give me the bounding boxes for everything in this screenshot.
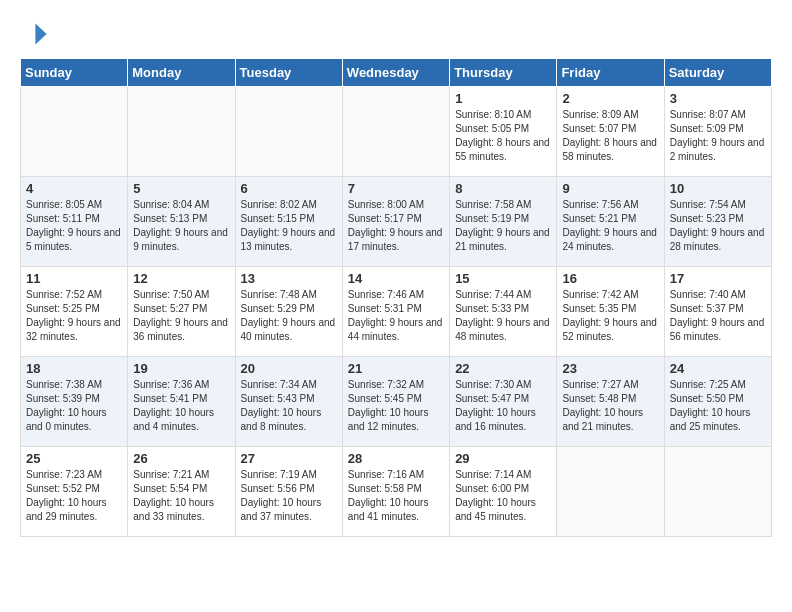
day-info: Sunrise: 7:58 AM Sunset: 5:19 PM Dayligh… xyxy=(455,198,551,254)
calendar-cell: 5Sunrise: 8:04 AM Sunset: 5:13 PM Daylig… xyxy=(128,177,235,267)
day-number: 10 xyxy=(670,181,766,196)
day-info: Sunrise: 7:23 AM Sunset: 5:52 PM Dayligh… xyxy=(26,468,122,524)
day-number: 29 xyxy=(455,451,551,466)
day-number: 12 xyxy=(133,271,229,286)
day-info: Sunrise: 7:36 AM Sunset: 5:41 PM Dayligh… xyxy=(133,378,229,434)
day-number: 16 xyxy=(562,271,658,286)
day-header-monday: Monday xyxy=(128,59,235,87)
day-number: 11 xyxy=(26,271,122,286)
calendar-cell: 24Sunrise: 7:25 AM Sunset: 5:50 PM Dayli… xyxy=(664,357,771,447)
calendar-cell: 27Sunrise: 7:19 AM Sunset: 5:56 PM Dayli… xyxy=(235,447,342,537)
day-number: 7 xyxy=(348,181,444,196)
day-number: 15 xyxy=(455,271,551,286)
calendar-cell: 28Sunrise: 7:16 AM Sunset: 5:58 PM Dayli… xyxy=(342,447,449,537)
day-number: 17 xyxy=(670,271,766,286)
svg-marker-0 xyxy=(35,24,46,45)
calendar-header-row: SundayMondayTuesdayWednesdayThursdayFrid… xyxy=(21,59,772,87)
day-info: Sunrise: 7:54 AM Sunset: 5:23 PM Dayligh… xyxy=(670,198,766,254)
calendar-week-4: 25Sunrise: 7:23 AM Sunset: 5:52 PM Dayli… xyxy=(21,447,772,537)
calendar-cell: 12Sunrise: 7:50 AM Sunset: 5:27 PM Dayli… xyxy=(128,267,235,357)
calendar-cell: 4Sunrise: 8:05 AM Sunset: 5:11 PM Daylig… xyxy=(21,177,128,267)
day-info: Sunrise: 7:32 AM Sunset: 5:45 PM Dayligh… xyxy=(348,378,444,434)
calendar-cell: 6Sunrise: 8:02 AM Sunset: 5:15 PM Daylig… xyxy=(235,177,342,267)
day-number: 18 xyxy=(26,361,122,376)
day-header-thursday: Thursday xyxy=(450,59,557,87)
day-number: 26 xyxy=(133,451,229,466)
calendar-cell: 15Sunrise: 7:44 AM Sunset: 5:33 PM Dayli… xyxy=(450,267,557,357)
day-number: 23 xyxy=(562,361,658,376)
day-info: Sunrise: 8:04 AM Sunset: 5:13 PM Dayligh… xyxy=(133,198,229,254)
day-number: 13 xyxy=(241,271,337,286)
calendar-week-1: 4Sunrise: 8:05 AM Sunset: 5:11 PM Daylig… xyxy=(21,177,772,267)
calendar-cell: 13Sunrise: 7:48 AM Sunset: 5:29 PM Dayli… xyxy=(235,267,342,357)
calendar-cell: 1Sunrise: 8:10 AM Sunset: 5:05 PM Daylig… xyxy=(450,87,557,177)
day-info: Sunrise: 7:44 AM Sunset: 5:33 PM Dayligh… xyxy=(455,288,551,344)
day-number: 22 xyxy=(455,361,551,376)
day-info: Sunrise: 7:48 AM Sunset: 5:29 PM Dayligh… xyxy=(241,288,337,344)
calendar-week-3: 18Sunrise: 7:38 AM Sunset: 5:39 PM Dayli… xyxy=(21,357,772,447)
day-number: 25 xyxy=(26,451,122,466)
day-info: Sunrise: 7:38 AM Sunset: 5:39 PM Dayligh… xyxy=(26,378,122,434)
day-header-sunday: Sunday xyxy=(21,59,128,87)
calendar-cell xyxy=(342,87,449,177)
calendar-cell: 8Sunrise: 7:58 AM Sunset: 5:19 PM Daylig… xyxy=(450,177,557,267)
page-header xyxy=(20,20,772,48)
calendar-cell xyxy=(235,87,342,177)
day-number: 27 xyxy=(241,451,337,466)
day-number: 1 xyxy=(455,91,551,106)
day-info: Sunrise: 8:05 AM Sunset: 5:11 PM Dayligh… xyxy=(26,198,122,254)
day-info: Sunrise: 7:46 AM Sunset: 5:31 PM Dayligh… xyxy=(348,288,444,344)
day-header-wednesday: Wednesday xyxy=(342,59,449,87)
calendar-cell: 7Sunrise: 8:00 AM Sunset: 5:17 PM Daylig… xyxy=(342,177,449,267)
day-number: 14 xyxy=(348,271,444,286)
day-number: 28 xyxy=(348,451,444,466)
day-number: 8 xyxy=(455,181,551,196)
calendar-table: SundayMondayTuesdayWednesdayThursdayFrid… xyxy=(20,58,772,537)
calendar-week-0: 1Sunrise: 8:10 AM Sunset: 5:05 PM Daylig… xyxy=(21,87,772,177)
day-info: Sunrise: 8:07 AM Sunset: 5:09 PM Dayligh… xyxy=(670,108,766,164)
day-header-tuesday: Tuesday xyxy=(235,59,342,87)
day-number: 19 xyxy=(133,361,229,376)
day-number: 4 xyxy=(26,181,122,196)
day-info: Sunrise: 7:30 AM Sunset: 5:47 PM Dayligh… xyxy=(455,378,551,434)
calendar-cell: 11Sunrise: 7:52 AM Sunset: 5:25 PM Dayli… xyxy=(21,267,128,357)
day-info: Sunrise: 7:14 AM Sunset: 6:00 PM Dayligh… xyxy=(455,468,551,524)
calendar-cell: 21Sunrise: 7:32 AM Sunset: 5:45 PM Dayli… xyxy=(342,357,449,447)
calendar-cell xyxy=(21,87,128,177)
calendar-cell: 2Sunrise: 8:09 AM Sunset: 5:07 PM Daylig… xyxy=(557,87,664,177)
calendar-cell: 19Sunrise: 7:36 AM Sunset: 5:41 PM Dayli… xyxy=(128,357,235,447)
calendar-cell: 10Sunrise: 7:54 AM Sunset: 5:23 PM Dayli… xyxy=(664,177,771,267)
calendar-cell: 25Sunrise: 7:23 AM Sunset: 5:52 PM Dayli… xyxy=(21,447,128,537)
day-info: Sunrise: 7:40 AM Sunset: 5:37 PM Dayligh… xyxy=(670,288,766,344)
calendar-cell: 9Sunrise: 7:56 AM Sunset: 5:21 PM Daylig… xyxy=(557,177,664,267)
day-info: Sunrise: 7:27 AM Sunset: 5:48 PM Dayligh… xyxy=(562,378,658,434)
day-number: 6 xyxy=(241,181,337,196)
calendar-cell: 3Sunrise: 8:07 AM Sunset: 5:09 PM Daylig… xyxy=(664,87,771,177)
calendar-cell: 16Sunrise: 7:42 AM Sunset: 5:35 PM Dayli… xyxy=(557,267,664,357)
day-info: Sunrise: 7:52 AM Sunset: 5:25 PM Dayligh… xyxy=(26,288,122,344)
day-info: Sunrise: 7:25 AM Sunset: 5:50 PM Dayligh… xyxy=(670,378,766,434)
calendar-cell: 29Sunrise: 7:14 AM Sunset: 6:00 PM Dayli… xyxy=(450,447,557,537)
logo-icon xyxy=(20,20,48,48)
day-number: 5 xyxy=(133,181,229,196)
calendar-cell: 20Sunrise: 7:34 AM Sunset: 5:43 PM Dayli… xyxy=(235,357,342,447)
day-info: Sunrise: 8:09 AM Sunset: 5:07 PM Dayligh… xyxy=(562,108,658,164)
day-number: 24 xyxy=(670,361,766,376)
day-number: 3 xyxy=(670,91,766,106)
day-info: Sunrise: 7:50 AM Sunset: 5:27 PM Dayligh… xyxy=(133,288,229,344)
day-header-saturday: Saturday xyxy=(664,59,771,87)
day-number: 2 xyxy=(562,91,658,106)
logo xyxy=(20,20,52,48)
day-info: Sunrise: 8:10 AM Sunset: 5:05 PM Dayligh… xyxy=(455,108,551,164)
day-info: Sunrise: 7:56 AM Sunset: 5:21 PM Dayligh… xyxy=(562,198,658,254)
calendar-cell xyxy=(664,447,771,537)
calendar-body: 1Sunrise: 8:10 AM Sunset: 5:05 PM Daylig… xyxy=(21,87,772,537)
calendar-cell: 23Sunrise: 7:27 AM Sunset: 5:48 PM Dayli… xyxy=(557,357,664,447)
calendar-cell xyxy=(557,447,664,537)
day-number: 21 xyxy=(348,361,444,376)
calendar-cell: 26Sunrise: 7:21 AM Sunset: 5:54 PM Dayli… xyxy=(128,447,235,537)
day-info: Sunrise: 7:21 AM Sunset: 5:54 PM Dayligh… xyxy=(133,468,229,524)
calendar-cell: 14Sunrise: 7:46 AM Sunset: 5:31 PM Dayli… xyxy=(342,267,449,357)
day-info: Sunrise: 8:00 AM Sunset: 5:17 PM Dayligh… xyxy=(348,198,444,254)
calendar-cell xyxy=(128,87,235,177)
